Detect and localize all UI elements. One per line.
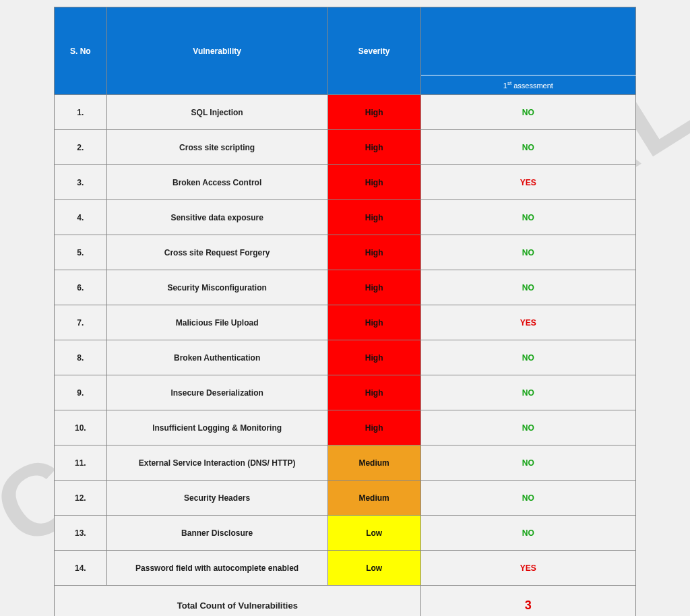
cell-severity: High (327, 270, 420, 305)
cell-assessment: NO (420, 200, 635, 235)
cell-assessment: YES (420, 305, 635, 340)
table-body: 1.SQL InjectionHighNO2.Cross site script… (55, 95, 636, 586)
cell-sno: 7. (55, 305, 107, 340)
cell-vulnerability: Cross site Request Forgery (106, 235, 327, 270)
table-row: 7.Malicious File UploadHighYES (55, 305, 636, 340)
cell-severity: High (327, 410, 420, 445)
header-sno: S. No (55, 7, 107, 95)
cell-vulnerability: Malicious File Upload (106, 305, 327, 340)
cell-severity: High (327, 165, 420, 200)
cell-vulnerability: Banner Disclosure (106, 516, 327, 551)
cell-sno: 10. (55, 410, 107, 445)
cell-severity: High (327, 340, 420, 375)
cell-vulnerability: Broken Access Control (106, 165, 327, 200)
cell-sno: 9. (55, 375, 107, 410)
cell-assessment: NO (420, 340, 635, 375)
cell-sno: 3. (55, 165, 107, 200)
cell-severity: Low (327, 551, 420, 586)
table-row: 13.Banner DisclosureLowNO (55, 516, 636, 551)
cell-severity: High (327, 200, 420, 235)
cell-sno: 2. (55, 130, 107, 165)
cell-severity: Medium (327, 445, 420, 481)
cell-sno: 12. (55, 481, 107, 516)
cell-vulnerability: SQL Injection (106, 95, 327, 130)
cell-severity: High (327, 95, 420, 130)
table-footer: Total Count of Vulnerabilities 3 (55, 586, 636, 617)
table-row: 8.Broken AuthenticationHighNO (55, 340, 636, 375)
cell-assessment: YES (420, 551, 635, 586)
cell-severity: High (327, 130, 420, 165)
table-row: 5.Cross site Request ForgeryHighNO (55, 235, 636, 270)
total-value: 3 (420, 586, 635, 617)
cell-assessment: NO (420, 235, 635, 270)
cell-assessment: NO (420, 445, 635, 481)
cell-sno: 13. (55, 516, 107, 551)
header-assessment-group (420, 7, 635, 75)
cell-sno: 8. (55, 340, 107, 375)
header-vulnerability: Vulnerability (106, 7, 327, 95)
cell-assessment: NO (420, 481, 635, 516)
cell-assessment: NO (420, 516, 635, 551)
table-row: 1.SQL InjectionHighNO (55, 95, 636, 130)
cell-assessment: YES (420, 165, 635, 200)
cell-vulnerability: Sensitive data exposure (106, 200, 327, 235)
cell-vulnerability: Insecure Deserialization (106, 375, 327, 410)
header-severity: Severity (327, 7, 420, 95)
table-row: 3.Broken Access ControlHighYES (55, 165, 636, 200)
table-row: 11.External Service Interaction (DNS/ HT… (55, 445, 636, 481)
table-row: 4.Sensitive data exposureHighNO (55, 200, 636, 235)
cell-severity: High (327, 235, 420, 270)
cell-sno: 1. (55, 95, 107, 130)
cell-sno: 6. (55, 270, 107, 305)
cell-sno: 5. (55, 235, 107, 270)
cell-sno: 4. (55, 200, 107, 235)
table-row: 14.Password field with autocomplete enab… (55, 551, 636, 586)
table-row: 2.Cross site scriptingHighNO (55, 130, 636, 165)
cell-sno: 11. (55, 445, 107, 481)
cell-vulnerability: Security Headers (106, 481, 327, 516)
total-label: Total Count of Vulnerabilities (55, 586, 421, 617)
page: CONFIDENTIAL S. No Vulnerability Severit… (0, 0, 690, 616)
cell-vulnerability: External Service Interaction (DNS/ HTTP) (106, 445, 327, 481)
cell-vulnerability: Insufficient Logging & Monitoring (106, 410, 327, 445)
cell-assessment: NO (420, 270, 635, 305)
cell-assessment: NO (420, 410, 635, 445)
header-first-assessment: 1st assessment (420, 75, 635, 95)
cell-vulnerability: Cross site scripting (106, 130, 327, 165)
cell-vulnerability: Password field with autocomplete enabled (106, 551, 327, 586)
cell-assessment: NO (420, 130, 635, 165)
cell-severity: High (327, 375, 420, 410)
table-row: 9.Insecure DeserializationHighNO (55, 375, 636, 410)
vulnerability-table-container: S. No Vulnerability Severity 1st assessm… (54, 7, 636, 616)
cell-severity: Low (327, 516, 420, 551)
table-row: 6.Security MisconfigurationHighNO (55, 270, 636, 305)
cell-vulnerability: Security Misconfiguration (106, 270, 327, 305)
cell-assessment: NO (420, 95, 635, 130)
vulnerability-table: S. No Vulnerability Severity 1st assessm… (54, 7, 636, 616)
cell-sno: 14. (55, 551, 107, 586)
table-row: 12.Security HeadersMediumNO (55, 481, 636, 516)
cell-severity: High (327, 305, 420, 340)
cell-vulnerability: Broken Authentication (106, 340, 327, 375)
table-row: 10.Insufficient Logging & MonitoringHigh… (55, 410, 636, 445)
cell-assessment: NO (420, 375, 635, 410)
cell-severity: Medium (327, 481, 420, 516)
table-header: S. No Vulnerability Severity 1st assessm… (55, 7, 636, 95)
header-assess-suffix: assessment (511, 82, 553, 90)
